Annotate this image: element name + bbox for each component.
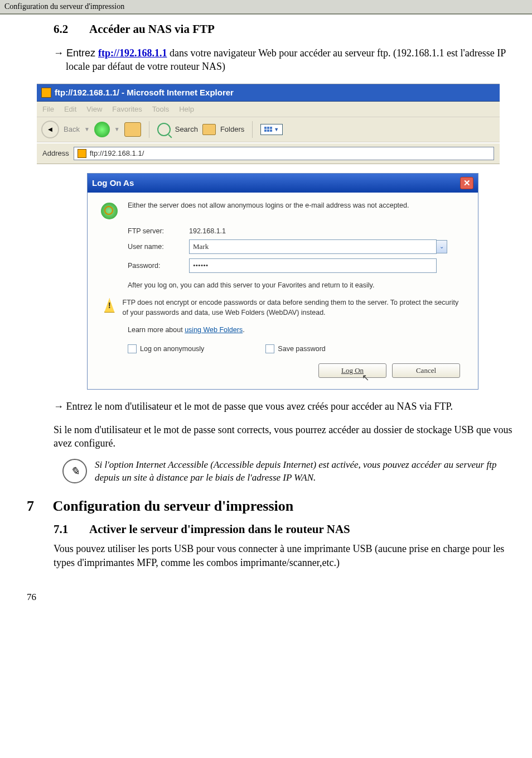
save-password-label: Save password — [278, 345, 325, 353]
address-field[interactable]: ftp://192.168.1.1/ — [74, 147, 494, 160]
save-password-checkbox[interactable] — [265, 344, 274, 353]
forward-dropdown-icon[interactable]: ▼ — [114, 126, 120, 132]
anon-checkbox[interactable] — [128, 344, 137, 353]
heading-6-2-num: 6.2 — [54, 22, 87, 36]
password-label: Password: — [128, 262, 189, 270]
heading-7-title: Configuration du serveur d'impression — [53, 498, 294, 514]
key-icon — [101, 203, 118, 219]
close-icon[interactable]: ✕ — [460, 177, 473, 189]
back-button[interactable]: ◄ — [41, 121, 59, 138]
anon-checkbox-label: Log on anonymously — [140, 345, 204, 353]
ie-app-icon — [41, 88, 51, 98]
back-dropdown-icon[interactable]: ▼ — [84, 126, 90, 132]
menu-favorites[interactable]: Favorites — [112, 105, 142, 113]
menu-help[interactable]: Help — [179, 105, 194, 113]
menu-file[interactable]: File — [42, 105, 54, 113]
heading-7-num: 7 — [27, 498, 49, 515]
ie-address-bar: Address ftp://192.168.1.1/ — [37, 142, 500, 164]
ie-menubar: File Edit View Favorites Tools Help — [37, 102, 500, 117]
username-label: User name: — [128, 243, 189, 251]
folders-icon[interactable] — [202, 124, 216, 135]
menu-view[interactable]: View — [86, 105, 102, 113]
username-field[interactable]: Mark — [189, 239, 437, 254]
arrow-icon: → Entrez — [54, 47, 98, 59]
heading-7: 7 Configuration du serveur d'impression — [27, 498, 515, 515]
heading-7-1-title: Activer le serveur d'impression dans le … — [89, 522, 350, 536]
logon-button[interactable]: Log On ↖ — [318, 363, 386, 378]
views-button[interactable]: ▼ — [260, 124, 283, 135]
logon-after-text: After you log on, you can add this serve… — [128, 281, 466, 291]
logon-dialog-titlebar: Log On As ✕ — [88, 174, 478, 193]
toolbar-divider-2 — [252, 121, 253, 138]
logon-warning-text: FTP does not encrypt or encode passwords… — [123, 298, 466, 318]
views-grid-icon — [264, 127, 272, 132]
learn-more-line: Learn more about using Web Folders. — [128, 325, 466, 335]
address-label: Address — [42, 149, 69, 157]
ie-window: ftp://192.168.1.1/ - Microsoft Internet … — [37, 84, 500, 390]
username-dropdown-icon[interactable]: ⌄ — [437, 240, 447, 253]
bullet-enter-credentials: → Entrez le nom d'utilisateur et le mot … — [66, 400, 515, 413]
ftp-link[interactable]: ftp://192.168.1.1 — [98, 47, 167, 59]
logon-dialog: Log On As ✕ Either the server does not a… — [87, 173, 478, 390]
address-value: ftp://192.168.1.1/ — [90, 149, 144, 157]
ie-titlebar: ftp://192.168.1.1/ - Microsoft Internet … — [37, 84, 500, 102]
save-password-row[interactable]: Save password — [265, 344, 325, 353]
learn-prefix: Learn more about — [128, 326, 185, 334]
cancel-button[interactable]: Cancel — [392, 363, 460, 378]
cursor-icon: ↖ — [362, 372, 369, 383]
ie-toolbar: ◄ Back ▼ ▼ Search Folders ▼ — [37, 117, 500, 142]
address-site-icon — [78, 149, 86, 158]
page-number: 76 — [27, 592, 515, 603]
search-icon[interactable] — [157, 123, 171, 136]
menu-tools[interactable]: Tools — [152, 105, 169, 113]
up-folder-button[interactable] — [124, 122, 141, 137]
password-field[interactable]: •••••• — [189, 258, 437, 273]
note-text: Si l'option Internet Accessible (Accessi… — [95, 459, 515, 484]
forward-button[interactable] — [94, 122, 110, 137]
logon-intro-text: Either the server does not allow anonymo… — [128, 202, 409, 209]
para-usb-ports: Vous pouvez utiliser les ports USB pour … — [54, 542, 515, 569]
para-if-correct: Si le nom d'utilisateur et le mot de pas… — [54, 423, 515, 450]
views-dropdown-icon: ▼ — [274, 127, 279, 132]
back-label[interactable]: Back — [64, 125, 80, 133]
page-header: Configuration du serveur d'impression — [0, 0, 532, 15]
ftp-server-value: 192.168.1.1 — [189, 227, 226, 235]
heading-7-1: 7.1 Activer le serveur d'impression dans… — [54, 522, 515, 536]
logon-button-label: Log On — [341, 366, 364, 375]
warning-icon — [104, 298, 115, 313]
pencil-note-icon: ✎ — [62, 459, 87, 483]
ftp-server-label: FTP server: — [128, 227, 189, 235]
bullet-enter-ftp: → Entrez ftp://192.168.1.1 dans votre na… — [66, 46, 515, 74]
web-folders-link[interactable]: using Web Folders — [185, 326, 243, 334]
heading-7-1-num: 7.1 — [54, 522, 87, 536]
learn-suffix: . — [243, 326, 244, 334]
note-row: ✎ Si l'option Internet Accessible (Acces… — [62, 459, 515, 484]
heading-6-2-title: Accéder au NAS via FTP — [89, 22, 215, 36]
search-label[interactable]: Search — [175, 125, 198, 133]
ie-title-text: ftp://192.168.1.1/ - Microsoft Internet … — [55, 88, 234, 97]
folders-label[interactable]: Folders — [220, 125, 244, 133]
toolbar-divider — [149, 121, 149, 138]
logon-dialog-title: Log On As — [92, 178, 134, 188]
heading-6-2: 6.2 Accéder au NAS via FTP — [54, 22, 515, 36]
menu-edit[interactable]: Edit — [64, 105, 76, 113]
anon-checkbox-row[interactable]: Log on anonymously — [128, 344, 204, 353]
